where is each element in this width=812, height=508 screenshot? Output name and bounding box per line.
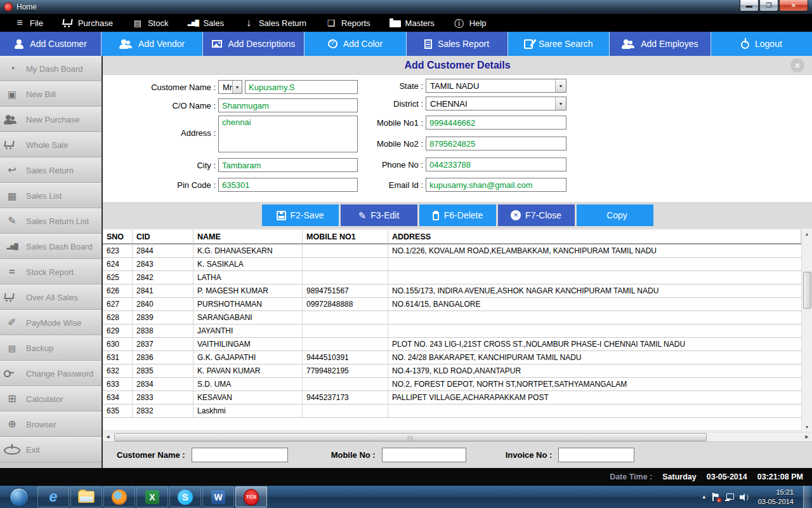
- taskbar-app-button[interactable]: [103, 486, 135, 507]
- sidebar-item[interactable]: Change Password: [0, 361, 102, 386]
- menu-item[interactable]: Reports: [325, 18, 370, 28]
- mobile2-input[interactable]: [426, 137, 566, 150]
- table-row[interactable]: 635 2832 Laskhmi: [103, 404, 801, 418]
- menu-item[interactable]: Sales Return: [243, 18, 306, 28]
- mobile1-input[interactable]: [426, 116, 566, 130]
- sidebar-item[interactable]: Backup: [0, 335, 102, 361]
- sidebar-item[interactable]: Sales Dash Board: [0, 234, 102, 259]
- action-button[interactable]: F2-Save: [262, 204, 339, 226]
- menu-item[interactable]: Stock: [132, 18, 169, 28]
- taskbar-app-button[interactable]: [2, 486, 36, 507]
- taskbar-app-button[interactable]: e: [37, 486, 69, 507]
- form-close-icon[interactable]: ✕: [790, 58, 804, 72]
- action-button[interactable]: F6-Delete: [419, 204, 496, 226]
- co-name-input[interactable]: [218, 98, 358, 112]
- toolbar-button[interactable]: Add Employes: [610, 32, 711, 56]
- table-row[interactable]: 624 2843 K. SASIKALA: [103, 258, 801, 271]
- menu-item[interactable]: Help: [454, 18, 487, 28]
- toolbar-button[interactable]: Add Color: [304, 32, 406, 56]
- menu-item-label: Masters: [405, 18, 435, 28]
- table-row[interactable]: 629 2838 JAYANTHI: [103, 324, 801, 338]
- sidebar-item[interactable]: Sales Return List: [0, 208, 102, 234]
- sidebar-item[interactable]: Calculator: [0, 386, 102, 411]
- email-input[interactable]: [426, 178, 566, 192]
- search-invoice-input[interactable]: [558, 448, 634, 462]
- taskbar-app-button[interactable]: X: [136, 486, 168, 507]
- toolbar-button[interactable]: Logout: [711, 32, 812, 56]
- column-header-address[interactable]: ADDRESS: [388, 230, 801, 243]
- action-button[interactable]: F3-Edit: [341, 204, 417, 226]
- close-button[interactable]: ✕: [779, 0, 808, 11]
- toolbar-button[interactable]: Add Customer: [0, 32, 102, 56]
- vertical-scrollbar[interactable]: ▲ ▼: [801, 229, 812, 432]
- tray-expand-icon[interactable]: ▲: [702, 494, 707, 500]
- table-row[interactable]: 626 2841 P. MAGESH KUMAR 9894751567 NO.1…: [103, 284, 801, 298]
- scroll-up-icon[interactable]: ▲: [802, 229, 812, 239]
- table-row[interactable]: 627 2840 PURSHOTHAMAN 09972848888 NO.614…: [103, 298, 801, 311]
- taskbar-app-button[interactable]: [70, 486, 102, 507]
- table-row[interactable]: 630 2837 VAITHILINGAM PLOT NO. 243 LIG-I…: [103, 338, 801, 351]
- table-row[interactable]: 631 2836 G.K. GAJAPATHI 9444510391 NO. 2…: [103, 351, 801, 364]
- table-row[interactable]: 628 2839 SARANGABANI: [103, 311, 801, 324]
- table-row[interactable]: 632 2835 K. PAVAN KUMAR 7799482195 NO.4-…: [103, 364, 801, 378]
- toolbar-button[interactable]: Sales Report: [407, 32, 508, 56]
- scroll-left-icon[interactable]: ◀: [103, 433, 113, 441]
- sidebar-item[interactable]: My Dash Board: [0, 56, 102, 81]
- pin-code-input[interactable]: [218, 178, 358, 192]
- sidebar-item[interactable]: Sales Return: [0, 157, 102, 183]
- column-header-sno[interactable]: SNO: [103, 230, 133, 243]
- horizontal-scrollbar[interactable]: ◀ ||| ▶: [103, 432, 812, 441]
- sidebar-item[interactable]: Whole Sale: [0, 132, 102, 157]
- sidebar-item[interactable]: Sales List: [0, 183, 102, 208]
- table-body: 623 2844 K.G. DHANASEKARN NO.1/226, KOVA…: [103, 244, 801, 418]
- menu-item[interactable]: Sales: [187, 18, 224, 28]
- sidebar-item[interactable]: New Purchase: [0, 107, 102, 132]
- sidebar-item[interactable]: Browser: [0, 411, 102, 437]
- table-row[interactable]: 633 2834 S.D. UMA NO.2, FOREST DEPOT, NO…: [103, 378, 801, 391]
- action-center-flag-icon[interactable]: ✕: [712, 493, 719, 501]
- menu-item[interactable]: File: [14, 18, 43, 28]
- column-header-cid[interactable]: CID: [133, 230, 193, 243]
- district-select[interactable]: CHENNAI ▼: [426, 97, 566, 110]
- taskbar-app-button[interactable]: S: [169, 486, 201, 507]
- sidebar-item[interactable]: Over All Sales: [0, 284, 102, 310]
- address-input[interactable]: chennai: [218, 116, 358, 152]
- city-input[interactable]: [218, 158, 358, 172]
- table-row[interactable]: 625 2842 LATHA: [103, 271, 801, 284]
- scroll-right-icon[interactable]: ▶: [802, 433, 812, 441]
- menu-item[interactable]: Masters: [390, 18, 435, 28]
- menu-item[interactable]: Purchase: [62, 18, 113, 28]
- show-desktop-button[interactable]: [803, 486, 811, 508]
- phone-input[interactable]: [426, 157, 566, 171]
- search-mobile-input[interactable]: [382, 448, 466, 462]
- vertical-scroll-thumb[interactable]: [803, 272, 811, 309]
- sidebar-item[interactable]: Stock Report: [0, 259, 102, 284]
- action-button[interactable]: Copy: [577, 204, 653, 226]
- title-prefix-select[interactable]: Mr ▼: [218, 80, 242, 94]
- sidebar-item[interactable]: Exit: [0, 437, 102, 462]
- table-row[interactable]: 634 2833 KESAVAN 9445237173 PALLIPET VIL…: [103, 391, 801, 404]
- search-invoice-label: Invoice No :: [506, 450, 553, 460]
- toolbar-button[interactable]: Add Descriptions: [203, 32, 304, 56]
- toolbar-button[interactable]: Add Vendor: [102, 32, 203, 56]
- sidebar-item[interactable]: New Bill: [0, 81, 102, 107]
- network-icon[interactable]: [725, 493, 734, 501]
- customer-name-input[interactable]: [245, 80, 358, 94]
- state-select[interactable]: TAMIL NADU ▼: [426, 79, 566, 93]
- restore-button[interactable]: ❐: [759, 0, 778, 11]
- horizontal-scroll-thumb[interactable]: |||: [114, 433, 707, 441]
- cell-sno: 632: [103, 364, 133, 377]
- minimize-button[interactable]: ▬: [740, 0, 759, 11]
- action-button[interactable]: F7-Close: [498, 204, 575, 226]
- column-header-name[interactable]: NAME: [193, 230, 303, 243]
- scroll-down-icon[interactable]: ▼: [802, 422, 812, 432]
- taskbar-app-button[interactable]: TCS: [235, 486, 267, 507]
- table-row[interactable]: 623 2844 K.G. DHANASEKARN NO.1/226, KOVA…: [103, 244, 801, 258]
- taskbar-app-button[interactable]: W: [202, 486, 234, 507]
- speaker-icon[interactable]: ): [740, 493, 749, 501]
- search-customer-input[interactable]: [192, 448, 288, 462]
- taskbar-clock[interactable]: 15:21 03-05-2014: [754, 488, 797, 506]
- column-header-mobile[interactable]: MOBILE NO1: [303, 230, 388, 243]
- toolbar-button[interactable]: Saree Search: [508, 32, 610, 56]
- sidebar-item[interactable]: PayMode Wise: [0, 310, 102, 335]
